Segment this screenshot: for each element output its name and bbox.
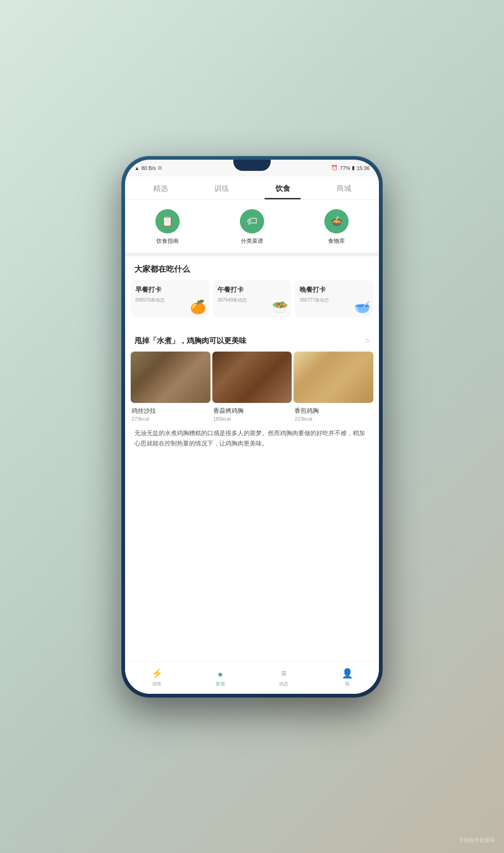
- tab-shop[interactable]: 商城: [313, 176, 374, 199]
- guide-label: 饮食指南: [156, 237, 179, 245]
- tab-training[interactable]: 训练: [191, 176, 252, 199]
- breakfast-emoji: 🍊: [190, 299, 206, 315]
- discover-nav-label: 发现: [216, 681, 225, 687]
- watermark: 手机软件资源局: [459, 837, 495, 844]
- recipes-icon: 🏷: [240, 209, 264, 233]
- training-nav-icon: ⚡: [151, 668, 163, 679]
- tab-featured[interactable]: 精选: [130, 176, 191, 199]
- app-content: 精选 训练 饮食 商城 📋 饮食指南 🏷 分类菜谱 🍲 食物库: [125, 176, 379, 661]
- bottom-nav-training[interactable]: ⚡ 训练: [125, 668, 189, 687]
- foodlib-label: 食物库: [328, 237, 345, 245]
- article-body-text: 无油无盐的水煮鸡胸糟糕的口感是很多人的噩梦。然而鸡胸肉要做的好吃并不难，稍加心思…: [125, 422, 379, 458]
- quick-action-foodlib[interactable]: 🍲 食物库: [294, 209, 379, 245]
- data-icon: ⊙: [158, 165, 162, 171]
- bottom-nav-dynamic[interactable]: ≡ 动态: [252, 668, 315, 687]
- what-eating-section: 大家都在吃什么 早餐打卡 598570条动态 🍊 午餐打卡 387649条动态 …: [125, 256, 379, 325]
- clock: 15:36: [357, 165, 370, 171]
- status-right: ⏰ 77% ▮ 15:36: [331, 165, 370, 171]
- recipe-name-2: 香蒜烤鸡胸: [212, 407, 292, 415]
- breakfast-title: 早餐打卡: [135, 286, 204, 294]
- quick-action-guide[interactable]: 📋 饮食指南: [125, 209, 210, 245]
- recipe-img-1: [131, 352, 210, 403]
- bottom-nav-discover[interactable]: 发现: [189, 668, 252, 687]
- notch: [233, 160, 271, 171]
- signal-speed: 80 B/s: [141, 165, 156, 171]
- what-eating-title: 大家都在吃什么: [125, 256, 379, 280]
- article-arrow-icon: >: [364, 336, 370, 346]
- alarm-icon: ⏰: [331, 165, 338, 171]
- recipes-label: 分类菜谱: [241, 237, 263, 245]
- recipe-item-3[interactable]: 香煎鸡胸 223kcal: [294, 352, 373, 422]
- meal-card-lunch[interactable]: 午餐打卡 387649条动态 🥗: [213, 280, 291, 317]
- battery-icon: ▮: [352, 165, 355, 171]
- phone-screen: ▲ 80 B/s ⊙ ⏰ 77% ▮ 15:36 精选 训练 饮食 商城: [125, 160, 379, 694]
- dynamic-nav-label: 动态: [279, 681, 288, 687]
- status-bar: ▲ 80 B/s ⊙ ⏰ 77% ▮ 15:36: [125, 160, 379, 176]
- lunch-title: 午餐打卡: [217, 286, 287, 294]
- meal-card-dinner[interactable]: 晚餐打卡 380777条动态 🥣: [295, 280, 373, 317]
- recipe-kcal-2: 185kcal: [212, 415, 292, 422]
- recipe-kcal-1: 279kcal: [131, 415, 210, 422]
- status-left: ▲ 80 B/s ⊙: [134, 165, 162, 171]
- phone-device: ▲ 80 B/s ⊙ ⏰ 77% ▮ 15:36 精选 训练 饮食 商城: [121, 156, 383, 698]
- foodlib-icon: 🍲: [324, 209, 349, 233]
- meal-cards-container: 早餐打卡 598570条动态 🍊 午餐打卡 387649条动态 🥗 晚餐打卡 3…: [125, 280, 379, 325]
- recipe-item-1[interactable]: 鸡丝沙拉 279kcal: [131, 352, 210, 422]
- battery-level: 77%: [340, 165, 350, 171]
- recipe-img-2: [212, 352, 292, 403]
- quick-actions: 📋 饮食指南 🏷 分类菜谱 🍲 食物库: [125, 200, 379, 256]
- training-nav-label: 训练: [152, 681, 161, 687]
- dynamic-nav-icon: ≡: [281, 668, 287, 679]
- tab-diet[interactable]: 饮食: [252, 176, 313, 199]
- recipe-name-1: 鸡丝沙拉: [131, 407, 210, 415]
- bottom-nav-me[interactable]: 👤 我: [315, 668, 379, 687]
- me-nav-icon: 👤: [342, 668, 353, 679]
- lunch-emoji: 🥗: [272, 299, 288, 315]
- recipe-grid: 鸡丝沙拉 279kcal 香蒜烤鸡胸 185kcal 香煎鸡胸 223kcal: [125, 352, 379, 422]
- dinner-title: 晚餐打卡: [300, 286, 369, 294]
- recipe-img-3: [294, 352, 373, 403]
- quick-action-recipes[interactable]: 🏷 分类菜谱: [210, 209, 294, 245]
- top-nav: 精选 训练 饮食 商城: [125, 176, 379, 200]
- guide-icon: 📋: [155, 209, 180, 233]
- wifi-icon: ▲: [134, 165, 140, 171]
- article-section: 甩掉「水煮」，鸡胸肉可以更美味 > 鸡丝沙拉 279kcal 香蒜烤鸡胸 185…: [125, 329, 379, 458]
- meal-card-breakfast[interactable]: 早餐打卡 598570条动态 🍊: [131, 280, 209, 317]
- recipe-name-3: 香煎鸡胸: [294, 407, 373, 415]
- bottom-nav: ⚡ 训练 发现 ≡ 动态 👤 我: [125, 661, 379, 694]
- recipe-item-2[interactable]: 香蒜烤鸡胸 185kcal: [212, 352, 292, 422]
- article-header[interactable]: 甩掉「水煮」，鸡胸肉可以更美味 >: [125, 329, 379, 352]
- recipe-kcal-3: 223kcal: [294, 415, 373, 422]
- me-nav-label: 我: [345, 681, 350, 687]
- dinner-emoji: 🥣: [354, 299, 371, 315]
- article-header-title: 甩掉「水煮」，鸡胸肉可以更美味: [134, 336, 246, 346]
- discover-nav-icon: [218, 668, 222, 679]
